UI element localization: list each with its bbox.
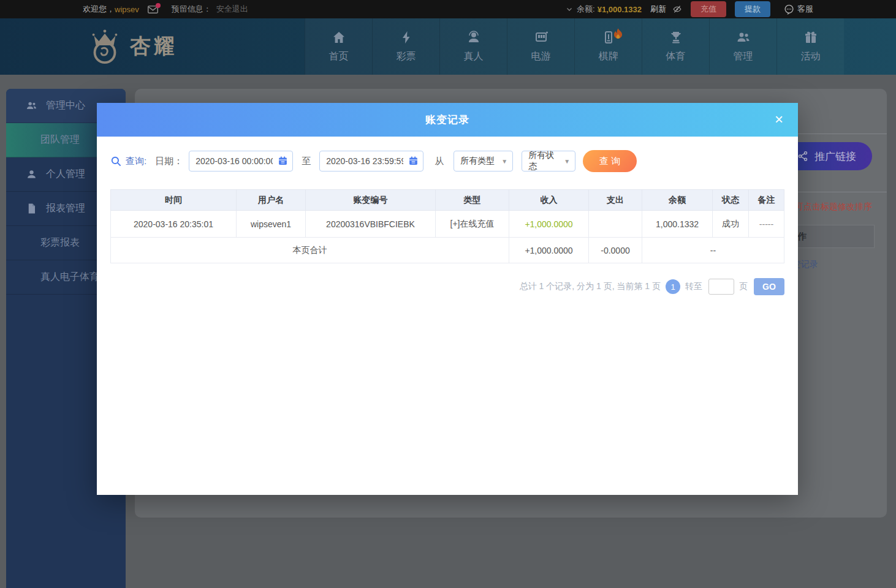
type-select-value: 所有类型 bbox=[460, 156, 495, 167]
summary-income: +1,000.0000 bbox=[509, 238, 589, 263]
go-button[interactable]: GO bbox=[754, 278, 784, 295]
col-expense[interactable]: 支出 bbox=[589, 190, 642, 211]
date-from-wrap bbox=[189, 151, 293, 172]
table-row: 2020-03-16 20:35:01 wipseven1 20200316VB… bbox=[111, 211, 784, 238]
summary-expense: -0.0000 bbox=[589, 238, 642, 263]
cell-remark: ----- bbox=[749, 211, 784, 238]
account-change-modal: 账变记录 × 查询: 日期： 至 从 所有类型 ▼ 所有状态 ▼ bbox=[97, 103, 798, 495]
query-submit-button[interactable]: 查 询 bbox=[583, 150, 637, 172]
cell-time: 2020-03-16 20:35:01 bbox=[111, 211, 237, 238]
col-type[interactable]: 类型 bbox=[436, 190, 509, 211]
modal-title: 账变记录 bbox=[425, 113, 469, 127]
cell-income: +1,000.0000 bbox=[509, 211, 589, 238]
col-username[interactable]: 用户名 bbox=[237, 190, 306, 211]
col-change-id[interactable]: 账变编号 bbox=[306, 190, 436, 211]
modal-header: 账变记录 × bbox=[97, 103, 798, 137]
goto-label: 转至 bbox=[685, 281, 702, 292]
pagination: 总计 1 个记录, 分为 1 页, 当前第 1 页 1 转至 页 GO bbox=[97, 278, 784, 295]
close-icon[interactable]: × bbox=[769, 110, 789, 130]
pagination-summary: 总计 1 个记录, 分为 1 页, 当前第 1 页 bbox=[520, 281, 661, 292]
status-select-value: 所有状态 bbox=[528, 150, 561, 172]
to-label: 至 bbox=[302, 156, 311, 167]
account-change-table: 时间 用户名 账变编号 类型 收入 支出 余额 状态 备注 2020-03-16… bbox=[110, 189, 784, 263]
page-1-button[interactable]: 1 bbox=[666, 279, 680, 294]
status-select[interactable]: 所有状态 ▼ bbox=[522, 151, 575, 172]
cell-type: [+]在线充值 bbox=[436, 211, 509, 238]
cell-change-id: 20200316VBIBFCIEBK bbox=[306, 211, 436, 238]
from-label: 从 bbox=[435, 156, 444, 167]
query-label: 查询: bbox=[126, 156, 146, 167]
date-label: 日期： bbox=[155, 156, 183, 167]
date-to-input[interactable] bbox=[319, 151, 423, 172]
cell-expense bbox=[589, 211, 642, 238]
col-income[interactable]: 收入 bbox=[509, 190, 589, 211]
col-status[interactable]: 状态 bbox=[713, 190, 749, 211]
col-remark[interactable]: 备注 bbox=[749, 190, 784, 211]
search-icon bbox=[110, 156, 122, 167]
caret-down-icon: ▼ bbox=[501, 158, 507, 165]
query-toolbar: 查询: 日期： 至 从 所有类型 ▼ 所有状态 ▼ 查 询 bbox=[110, 150, 784, 172]
type-select[interactable]: 所有类型 ▼ bbox=[454, 151, 513, 172]
cell-balance: 1,000.1332 bbox=[642, 211, 713, 238]
date-from-input[interactable] bbox=[189, 151, 293, 172]
table-header-row: 时间 用户名 账变编号 类型 收入 支出 余额 状态 备注 bbox=[111, 190, 784, 211]
col-time[interactable]: 时间 bbox=[111, 190, 237, 211]
cell-status: 成功 bbox=[713, 211, 749, 238]
page-number-input[interactable] bbox=[708, 279, 734, 295]
page-unit-label: 页 bbox=[739, 281, 748, 292]
summary-rest: -- bbox=[642, 238, 784, 263]
col-balance[interactable]: 余额 bbox=[642, 190, 713, 211]
summary-label: 本页合计 bbox=[111, 238, 509, 263]
summary-row: 本页合计 +1,000.0000 -0.0000 -- bbox=[111, 238, 784, 263]
date-to-wrap bbox=[319, 151, 423, 172]
cell-username: wipseven1 bbox=[237, 211, 306, 238]
caret-down-icon: ▼ bbox=[564, 158, 570, 165]
